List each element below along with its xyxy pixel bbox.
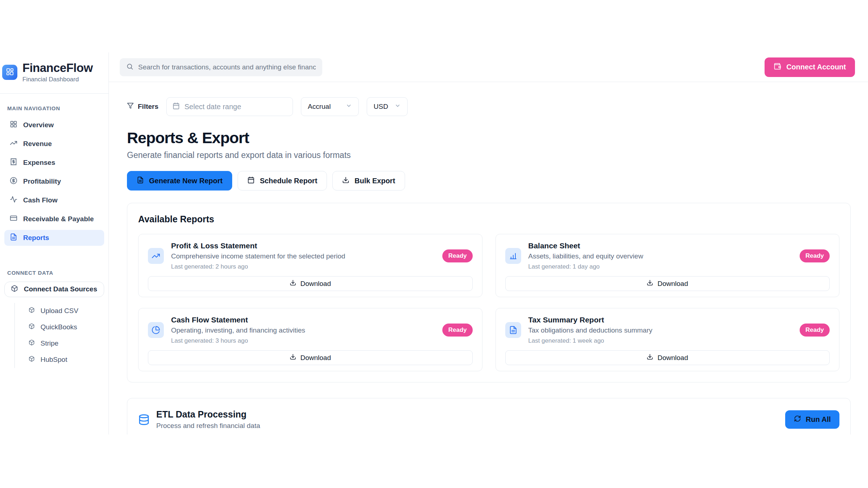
sidebar-item-receivable-payable[interactable]: Receivable & Payable bbox=[4, 211, 104, 227]
report-card-profit-loss: Profit & Loss Statement Comprehensive in… bbox=[138, 234, 482, 297]
content: Filters Accrual USD Reports & Export Gen… bbox=[109, 82, 868, 435]
bulk-export-button[interactable]: Bulk Export bbox=[332, 171, 405, 191]
sidebar-item-profitability[interactable]: Profitability bbox=[4, 174, 104, 189]
download-label: Download bbox=[658, 280, 688, 288]
report-card-text: Profit & Loss Statement Comprehensive in… bbox=[171, 241, 435, 270]
report-description: Assets, liabilities, and equity overview bbox=[528, 252, 792, 260]
source-item-hubspot[interactable]: HubSpot bbox=[15, 352, 109, 368]
sidebar-item-label: Overview bbox=[23, 121, 54, 129]
download-button[interactable]: Download bbox=[505, 350, 830, 365]
search-icon bbox=[126, 63, 133, 72]
status-badge: Ready bbox=[800, 324, 830, 337]
etl-title: ETL Data Processing bbox=[156, 409, 260, 420]
report-card-top: Balance Sheet Assets, liabilities, and e… bbox=[505, 241, 830, 270]
date-range-field[interactable] bbox=[184, 103, 287, 111]
sidebar-item-label: Revenue bbox=[23, 140, 52, 148]
calendar-icon bbox=[173, 102, 180, 111]
sidebar-item-revenue[interactable]: Revenue bbox=[4, 136, 104, 152]
download-label: Download bbox=[658, 354, 688, 362]
sidebar-item-reports[interactable]: Reports bbox=[4, 230, 104, 246]
report-title: Cash Flow Statement bbox=[171, 316, 435, 324]
sidebar-item-expenses[interactable]: Expenses bbox=[4, 155, 104, 171]
report-card-top: Cash Flow Statement Operating, investing… bbox=[148, 316, 473, 344]
currency-select[interactable]: USD bbox=[367, 97, 408, 116]
topbar: Connect Account bbox=[109, 52, 868, 82]
main-nav: Overview Revenue Expenses Profitability … bbox=[0, 117, 109, 249]
package-icon bbox=[29, 356, 35, 364]
screen: FinanceFlow Financial Dashboard MAIN NAV… bbox=[0, 0, 868, 488]
available-reports-title: Available Reports bbox=[138, 214, 839, 224]
report-last-generated: Last generated: 2 hours ago bbox=[171, 263, 435, 270]
download-button[interactable]: Download bbox=[148, 276, 473, 291]
source-item-stripe[interactable]: Stripe bbox=[15, 335, 109, 352]
sidebar-item-label: Cash Flow bbox=[23, 196, 58, 204]
generate-new-report-button[interactable]: Generate New Report bbox=[127, 171, 232, 191]
sidebar-item-label: Reports bbox=[23, 234, 49, 242]
run-all-button[interactable]: Run All bbox=[785, 410, 839, 429]
bulk-export-label: Bulk Export bbox=[354, 177, 395, 185]
report-title: Balance Sheet bbox=[528, 241, 792, 250]
date-range-input[interactable] bbox=[166, 97, 293, 116]
layout-dashboard-icon bbox=[6, 68, 14, 77]
accounting-method-value: Accrual bbox=[308, 103, 331, 111]
connect-data-sources-label: Connect Data Sources bbox=[24, 285, 97, 293]
package-icon bbox=[29, 307, 35, 315]
run-all-label: Run All bbox=[806, 415, 831, 424]
package-icon bbox=[29, 323, 35, 331]
source-item-upload-csv[interactable]: Upload CSV bbox=[15, 303, 109, 319]
main-navigation-label: MAIN NAVIGATION bbox=[0, 105, 109, 111]
refresh-icon bbox=[794, 415, 801, 424]
connect-data-sources-button[interactable]: Connect Data Sources bbox=[4, 282, 104, 297]
search-input[interactable] bbox=[138, 63, 316, 71]
calendar-icon bbox=[247, 176, 255, 185]
chevron-down-icon bbox=[395, 103, 401, 111]
report-card-text: Balance Sheet Assets, liabilities, and e… bbox=[528, 241, 792, 270]
search-box bbox=[120, 58, 322, 76]
sidebar-item-cash-flow[interactable]: Cash Flow bbox=[4, 192, 104, 208]
download-icon bbox=[290, 279, 296, 288]
report-title: Profit & Loss Statement bbox=[171, 241, 435, 250]
sidebar-header: FinanceFlow Financial Dashboard bbox=[0, 52, 109, 94]
database-icon bbox=[138, 414, 150, 425]
report-last-generated: Last generated: 3 hours ago bbox=[171, 337, 435, 344]
brand-name: FinanceFlow bbox=[22, 62, 93, 74]
trending-up-icon bbox=[10, 139, 17, 149]
download-icon bbox=[290, 354, 296, 362]
sidebar-item-label: Profitability bbox=[23, 177, 61, 185]
chevron-down-icon bbox=[346, 103, 352, 111]
filters-row: Filters Accrual USD bbox=[127, 97, 851, 116]
etl-header: ETL Data Processing Process and refresh … bbox=[138, 409, 839, 430]
download-button[interactable]: Download bbox=[148, 350, 473, 365]
brand-tagline: Financial Dashboard bbox=[22, 76, 93, 83]
download-label: Download bbox=[301, 354, 331, 362]
filters-label: Filters bbox=[127, 102, 158, 111]
file-text-icon bbox=[505, 322, 521, 338]
activity-icon bbox=[10, 196, 17, 205]
report-description: Tax obligations and deductions summary bbox=[528, 326, 792, 334]
schedule-report-button[interactable]: Schedule Report bbox=[238, 171, 327, 191]
etl-texts: ETL Data Processing Process and refresh … bbox=[156, 409, 260, 430]
etl-panel: ETL Data Processing Process and refresh … bbox=[127, 398, 851, 435]
trending-up-icon bbox=[148, 248, 164, 264]
schedule-report-label: Schedule Report bbox=[260, 177, 317, 185]
report-last-generated: Last generated: 1 day ago bbox=[528, 263, 792, 270]
source-item-quickbooks[interactable]: QuickBooks bbox=[15, 319, 109, 335]
connect-data-label: CONNECT DATA bbox=[0, 270, 109, 276]
connect-account-button[interactable]: Connect Account bbox=[765, 57, 855, 77]
sidebar-item-overview[interactable]: Overview bbox=[4, 117, 104, 133]
report-description: Operating, investing, and financing acti… bbox=[171, 326, 435, 334]
accounting-method-select[interactable]: Accrual bbox=[301, 97, 359, 116]
connect-account-label: Connect Account bbox=[786, 63, 846, 71]
pie-chart-icon bbox=[148, 322, 164, 338]
source-item-label: QuickBooks bbox=[41, 323, 77, 331]
download-icon bbox=[647, 279, 653, 288]
download-label: Download bbox=[301, 280, 331, 288]
sidebar: FinanceFlow Financial Dashboard MAIN NAV… bbox=[0, 52, 109, 435]
status-badge: Ready bbox=[442, 324, 472, 337]
download-button[interactable]: Download bbox=[505, 276, 830, 291]
actions-row: Generate New Report Schedule Report Bulk… bbox=[127, 171, 851, 191]
report-card-text: Tax Summary Report Tax obligations and d… bbox=[528, 316, 792, 344]
file-text-icon bbox=[137, 176, 144, 185]
report-card-top: Tax Summary Report Tax obligations and d… bbox=[505, 316, 830, 344]
download-icon bbox=[342, 176, 349, 185]
